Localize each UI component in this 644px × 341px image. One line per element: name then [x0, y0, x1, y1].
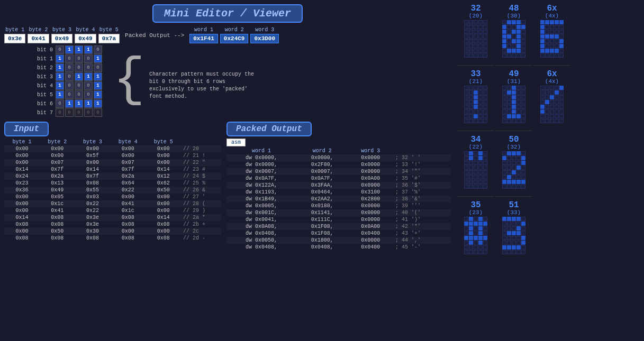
- px-1-3-6-2: [512, 245, 516, 250]
- output-table-row: dw 0x0408,0x1F08,0x0400; 43 '+': [226, 230, 451, 237]
- bit-cell-3-0[interactable]: 1: [56, 72, 64, 81]
- output-comment-12: ; 44 ',': [393, 237, 451, 244]
- bit-cell-5-4[interactable]: 1: [94, 90, 102, 99]
- output-cell-13-0: dw 0x0408,: [226, 244, 296, 251]
- bit-cell-5-3[interactable]: 0: [84, 90, 93, 99]
- input-col-header-1: byte 1: [4, 139, 40, 145]
- px-1-1-2-1: [507, 95, 511, 99]
- bit-cell-1-3[interactable]: 0: [84, 54, 93, 63]
- input-cell-2-0: 0x00: [4, 159, 40, 166]
- px-1-0-1-3: [516, 25, 521, 29]
- bit-cell-7-1[interactable]: 0: [65, 108, 74, 117]
- bit-cell-0-4[interactable]: 0: [94, 45, 102, 54]
- bit-cell-6-3[interactable]: 1: [84, 99, 93, 108]
- px-2-0-4-2: [550, 39, 554, 43]
- bit-cell-5-0[interactable]: 1: [56, 90, 64, 99]
- input-cell-6-2: 0x55: [75, 187, 111, 193]
- px-0-0-0-3: [478, 20, 483, 24]
- bit-cell-3-4[interactable]: 1: [94, 72, 102, 81]
- input-cell-13-2: 0x08: [75, 235, 111, 242]
- bit-cell-6-1[interactable]: 1: [65, 99, 74, 108]
- px-0-3-3-4: [483, 231, 487, 235]
- px-2-0-5-2: [550, 44, 554, 48]
- bit-cell-4-4[interactable]: 1: [94, 81, 102, 90]
- px-1-3-6-0: [502, 245, 506, 250]
- px-1-0-3-3: [516, 34, 521, 39]
- input-cell-10-3: 0x08: [110, 214, 146, 221]
- bit-cell-3-1[interactable]: 0: [65, 72, 74, 81]
- px-0-0-2-0: [464, 30, 468, 34]
- bit-cell-7-2[interactable]: 0: [75, 108, 83, 117]
- px-1-2-7-0: [502, 185, 506, 189]
- px-2-1-4-2: [550, 105, 554, 109]
- px-0-2-3-0: [464, 165, 468, 170]
- input-col-header-2: byte 2: [40, 139, 75, 145]
- bit-cell-3-3[interactable]: 1: [84, 72, 93, 81]
- px-1-1-7-1: [507, 119, 511, 123]
- input-comment-9: // 29 ): [181, 207, 221, 214]
- input-cell-6-0: 0x36: [4, 187, 40, 193]
- px-2-1-3-0: [540, 100, 545, 104]
- bit-cell-1-0[interactable]: 1: [56, 54, 64, 63]
- input-cell-11-4: 0x08: [146, 221, 181, 228]
- px-0-3-4-2: [474, 236, 478, 240]
- bit-cell-2-4[interactable]: 0: [94, 63, 102, 72]
- bit-cell-0-2[interactable]: 1: [75, 45, 83, 54]
- bit-cell-4-3[interactable]: 0: [84, 81, 93, 90]
- px-1-0-2-2: [512, 30, 516, 34]
- px-2-1-5-2: [550, 109, 554, 114]
- annotation-text: Character pattern must occupy the bit 0 …: [149, 71, 255, 100]
- bit-cell-7-3[interactable]: 0: [84, 108, 93, 117]
- input-cell-3-4: 0x14: [146, 166, 181, 173]
- px-2-0-3-3: [555, 34, 559, 39]
- output-header: Packed Output: [226, 122, 451, 136]
- bit-cell-1-2[interactable]: 0: [75, 54, 83, 63]
- px-1-0-7-3: [516, 53, 521, 58]
- asm-tab[interactable]: asm: [226, 139, 246, 146]
- input-comment-13: // 2d -: [181, 235, 221, 242]
- byte-value-3: 0x49: [51, 34, 72, 43]
- bit-cell-6-4[interactable]: 1: [94, 99, 102, 108]
- bit-cell-6-0[interactable]: 0: [56, 99, 64, 108]
- bit-cell-4-2[interactable]: 0: [75, 81, 83, 90]
- px-0-2-0-0: [464, 151, 468, 155]
- bit-cell-4-0[interactable]: 1: [56, 81, 64, 90]
- px-1-0-6-3: [516, 49, 521, 53]
- px-1-1-5-4: [521, 109, 525, 114]
- bit-cell-5-1[interactable]: 0: [65, 90, 74, 99]
- px-0-0-3-2: [474, 34, 478, 39]
- bit-cell-0-1[interactable]: 1: [65, 45, 74, 54]
- bit-cell-4-1[interactable]: 0: [65, 81, 74, 90]
- input-comment-10: // 2a *: [181, 214, 221, 221]
- px-0-1-6-3: [478, 114, 483, 118]
- bit-cell-0-3[interactable]: 1: [84, 45, 93, 54]
- bit-cell-7-4[interactable]: 0: [94, 108, 102, 117]
- px-2-1-3-1: [545, 100, 549, 104]
- output-cell-12-0: dw 0x0050,: [226, 237, 296, 244]
- px-1-2-6-4: [521, 180, 525, 184]
- bit-cell-5-2[interactable]: 0: [75, 90, 83, 99]
- bit-cell-2-1[interactable]: 0: [65, 63, 74, 72]
- bit-cell-2-0[interactable]: 1: [56, 63, 64, 72]
- char-ascii-1-2: (32): [507, 144, 521, 150]
- output-comment-11: ; 43 '+': [393, 230, 451, 237]
- px-0-1-5-1: [469, 109, 473, 114]
- pixel-grid-0-2: [464, 151, 487, 189]
- bit-cell-1-4[interactable]: 1: [94, 54, 102, 63]
- bit-cell-7-0[interactable]: 0: [56, 108, 64, 117]
- px-0-1-1-1: [469, 90, 473, 95]
- bit-cell-2-3[interactable]: 0: [84, 63, 93, 72]
- output-cell-13-1: 0x0408,: [296, 244, 348, 251]
- bit-row-7: bit 700000: [36, 108, 103, 117]
- bit-cell-1-1[interactable]: 0: [65, 54, 74, 63]
- bit-cell-2-2[interactable]: 0: [75, 63, 83, 72]
- px-1-3-1-2: [512, 222, 516, 226]
- px-1-1-1-1: [507, 90, 511, 95]
- output-cell-7-2: 0x0000: [348, 202, 393, 209]
- bit-cell-3-2[interactable]: 1: [75, 72, 83, 81]
- bit-cell-0-0[interactable]: 0: [56, 45, 64, 54]
- px-1-2-6-1: [507, 180, 511, 184]
- bit-cell-6-2[interactable]: 1: [75, 99, 83, 108]
- output-cell-10-0: dw 0x0A08,: [226, 223, 296, 230]
- input-cell-8-0: 0x00: [4, 200, 40, 207]
